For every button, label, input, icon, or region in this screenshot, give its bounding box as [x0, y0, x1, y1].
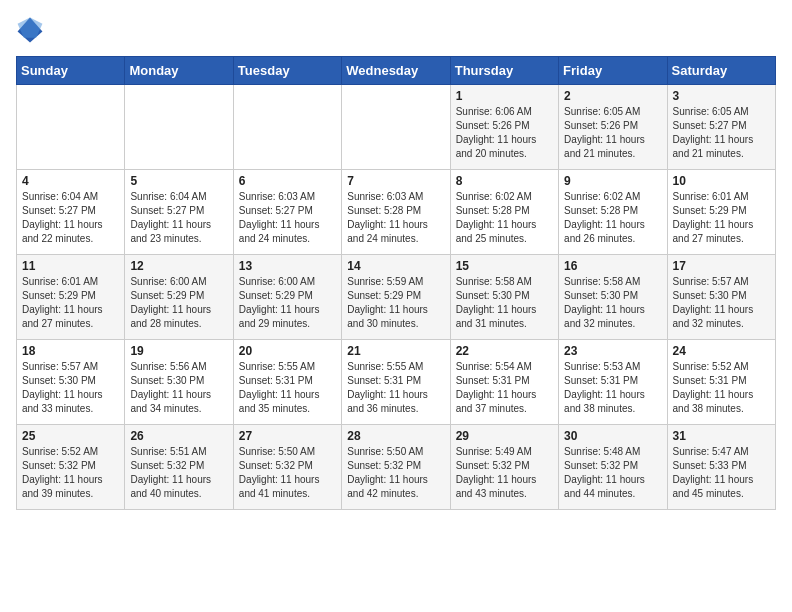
calendar-cell: 11Sunrise: 6:01 AM Sunset: 5:29 PM Dayli… [17, 255, 125, 340]
day-info: Sunrise: 5:59 AM Sunset: 5:29 PM Dayligh… [347, 275, 444, 331]
calendar-cell: 9Sunrise: 6:02 AM Sunset: 5:28 PM Daylig… [559, 170, 667, 255]
calendar-cell: 8Sunrise: 6:02 AM Sunset: 5:28 PM Daylig… [450, 170, 558, 255]
day-number: 17 [673, 259, 770, 273]
day-number: 1 [456, 89, 553, 103]
day-number: 4 [22, 174, 119, 188]
day-info: Sunrise: 6:01 AM Sunset: 5:29 PM Dayligh… [22, 275, 119, 331]
calendar-week-2: 4Sunrise: 6:04 AM Sunset: 5:27 PM Daylig… [17, 170, 776, 255]
day-info: Sunrise: 5:58 AM Sunset: 5:30 PM Dayligh… [564, 275, 661, 331]
weekday-header-tuesday: Tuesday [233, 57, 341, 85]
day-info: Sunrise: 6:04 AM Sunset: 5:27 PM Dayligh… [22, 190, 119, 246]
day-number: 22 [456, 344, 553, 358]
calendar-cell: 18Sunrise: 5:57 AM Sunset: 5:30 PM Dayli… [17, 340, 125, 425]
calendar-table: SundayMondayTuesdayWednesdayThursdayFrid… [16, 56, 776, 510]
calendar-cell: 4Sunrise: 6:04 AM Sunset: 5:27 PM Daylig… [17, 170, 125, 255]
calendar-cell: 5Sunrise: 6:04 AM Sunset: 5:27 PM Daylig… [125, 170, 233, 255]
day-number: 13 [239, 259, 336, 273]
day-number: 18 [22, 344, 119, 358]
day-number: 15 [456, 259, 553, 273]
weekday-header-saturday: Saturday [667, 57, 775, 85]
day-number: 3 [673, 89, 770, 103]
calendar-cell: 3Sunrise: 6:05 AM Sunset: 5:27 PM Daylig… [667, 85, 775, 170]
calendar-cell: 15Sunrise: 5:58 AM Sunset: 5:30 PM Dayli… [450, 255, 558, 340]
day-number: 26 [130, 429, 227, 443]
weekday-header-sunday: Sunday [17, 57, 125, 85]
calendar-cell: 13Sunrise: 6:00 AM Sunset: 5:29 PM Dayli… [233, 255, 341, 340]
day-info: Sunrise: 6:00 AM Sunset: 5:29 PM Dayligh… [130, 275, 227, 331]
day-info: Sunrise: 5:53 AM Sunset: 5:31 PM Dayligh… [564, 360, 661, 416]
calendar-cell: 12Sunrise: 6:00 AM Sunset: 5:29 PM Dayli… [125, 255, 233, 340]
calendar-cell [125, 85, 233, 170]
calendar-cell [342, 85, 450, 170]
day-number: 30 [564, 429, 661, 443]
page-header [16, 16, 776, 44]
day-info: Sunrise: 6:03 AM Sunset: 5:28 PM Dayligh… [347, 190, 444, 246]
calendar-cell: 21Sunrise: 5:55 AM Sunset: 5:31 PM Dayli… [342, 340, 450, 425]
calendar-week-5: 25Sunrise: 5:52 AM Sunset: 5:32 PM Dayli… [17, 425, 776, 510]
day-number: 7 [347, 174, 444, 188]
calendar-cell [233, 85, 341, 170]
day-number: 23 [564, 344, 661, 358]
day-number: 12 [130, 259, 227, 273]
day-info: Sunrise: 5:52 AM Sunset: 5:31 PM Dayligh… [673, 360, 770, 416]
calendar-cell: 27Sunrise: 5:50 AM Sunset: 5:32 PM Dayli… [233, 425, 341, 510]
day-info: Sunrise: 5:54 AM Sunset: 5:31 PM Dayligh… [456, 360, 553, 416]
calendar-cell: 28Sunrise: 5:50 AM Sunset: 5:32 PM Dayli… [342, 425, 450, 510]
calendar-cell: 23Sunrise: 5:53 AM Sunset: 5:31 PM Dayli… [559, 340, 667, 425]
day-number: 31 [673, 429, 770, 443]
calendar-cell [17, 85, 125, 170]
calendar-cell: 19Sunrise: 5:56 AM Sunset: 5:30 PM Dayli… [125, 340, 233, 425]
weekday-header-wednesday: Wednesday [342, 57, 450, 85]
day-info: Sunrise: 6:03 AM Sunset: 5:27 PM Dayligh… [239, 190, 336, 246]
day-info: Sunrise: 6:02 AM Sunset: 5:28 PM Dayligh… [456, 190, 553, 246]
day-info: Sunrise: 5:47 AM Sunset: 5:33 PM Dayligh… [673, 445, 770, 501]
day-number: 24 [673, 344, 770, 358]
calendar-cell: 1Sunrise: 6:06 AM Sunset: 5:26 PM Daylig… [450, 85, 558, 170]
calendar-cell: 29Sunrise: 5:49 AM Sunset: 5:32 PM Dayli… [450, 425, 558, 510]
day-info: Sunrise: 5:55 AM Sunset: 5:31 PM Dayligh… [239, 360, 336, 416]
calendar-cell: 17Sunrise: 5:57 AM Sunset: 5:30 PM Dayli… [667, 255, 775, 340]
day-number: 28 [347, 429, 444, 443]
day-info: Sunrise: 5:55 AM Sunset: 5:31 PM Dayligh… [347, 360, 444, 416]
day-number: 14 [347, 259, 444, 273]
calendar-cell: 25Sunrise: 5:52 AM Sunset: 5:32 PM Dayli… [17, 425, 125, 510]
day-info: Sunrise: 6:00 AM Sunset: 5:29 PM Dayligh… [239, 275, 336, 331]
day-info: Sunrise: 6:02 AM Sunset: 5:28 PM Dayligh… [564, 190, 661, 246]
day-info: Sunrise: 6:05 AM Sunset: 5:26 PM Dayligh… [564, 105, 661, 161]
day-info: Sunrise: 5:58 AM Sunset: 5:30 PM Dayligh… [456, 275, 553, 331]
day-number: 6 [239, 174, 336, 188]
calendar-cell: 2Sunrise: 6:05 AM Sunset: 5:26 PM Daylig… [559, 85, 667, 170]
day-info: Sunrise: 6:06 AM Sunset: 5:26 PM Dayligh… [456, 105, 553, 161]
day-number: 29 [456, 429, 553, 443]
day-info: Sunrise: 5:49 AM Sunset: 5:32 PM Dayligh… [456, 445, 553, 501]
day-number: 8 [456, 174, 553, 188]
day-number: 2 [564, 89, 661, 103]
day-info: Sunrise: 5:56 AM Sunset: 5:30 PM Dayligh… [130, 360, 227, 416]
weekday-header-monday: Monday [125, 57, 233, 85]
day-number: 10 [673, 174, 770, 188]
day-info: Sunrise: 6:05 AM Sunset: 5:27 PM Dayligh… [673, 105, 770, 161]
calendar-week-4: 18Sunrise: 5:57 AM Sunset: 5:30 PM Dayli… [17, 340, 776, 425]
calendar-cell: 6Sunrise: 6:03 AM Sunset: 5:27 PM Daylig… [233, 170, 341, 255]
day-info: Sunrise: 5:57 AM Sunset: 5:30 PM Dayligh… [673, 275, 770, 331]
logo [16, 16, 48, 44]
day-number: 16 [564, 259, 661, 273]
calendar-cell: 7Sunrise: 6:03 AM Sunset: 5:28 PM Daylig… [342, 170, 450, 255]
calendar-cell: 31Sunrise: 5:47 AM Sunset: 5:33 PM Dayli… [667, 425, 775, 510]
day-number: 21 [347, 344, 444, 358]
day-number: 11 [22, 259, 119, 273]
calendar-cell: 16Sunrise: 5:58 AM Sunset: 5:30 PM Dayli… [559, 255, 667, 340]
day-info: Sunrise: 5:52 AM Sunset: 5:32 PM Dayligh… [22, 445, 119, 501]
day-info: Sunrise: 5:48 AM Sunset: 5:32 PM Dayligh… [564, 445, 661, 501]
day-number: 19 [130, 344, 227, 358]
day-number: 27 [239, 429, 336, 443]
day-number: 9 [564, 174, 661, 188]
weekday-header-friday: Friday [559, 57, 667, 85]
day-number: 25 [22, 429, 119, 443]
calendar-cell: 22Sunrise: 5:54 AM Sunset: 5:31 PM Dayli… [450, 340, 558, 425]
calendar-cell: 24Sunrise: 5:52 AM Sunset: 5:31 PM Dayli… [667, 340, 775, 425]
calendar-cell: 20Sunrise: 5:55 AM Sunset: 5:31 PM Dayli… [233, 340, 341, 425]
calendar-cell: 26Sunrise: 5:51 AM Sunset: 5:32 PM Dayli… [125, 425, 233, 510]
day-number: 5 [130, 174, 227, 188]
calendar-cell: 30Sunrise: 5:48 AM Sunset: 5:32 PM Dayli… [559, 425, 667, 510]
